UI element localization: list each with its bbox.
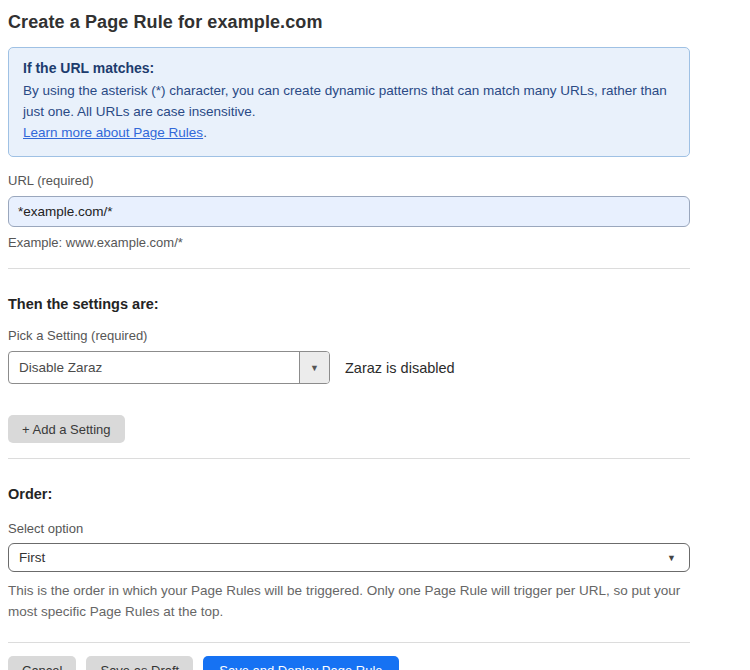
setting-status-text: Zaraz is disabled <box>345 360 455 376</box>
divider <box>8 458 690 459</box>
page-rule-form: Create a Page Rule for example.com If th… <box>8 0 690 670</box>
setting-dropdown-value: Disable Zaraz <box>9 352 299 383</box>
divider <box>8 268 690 269</box>
pick-setting-label: Pick a Setting (required) <box>8 328 690 343</box>
order-section-heading: Order: <box>8 486 690 502</box>
dropdown-arrow-icon[interactable]: ▼ <box>299 352 329 383</box>
order-select[interactable]: First ▼ <box>8 543 690 572</box>
url-match-info-box: If the URL matches: By using the asteris… <box>8 47 690 157</box>
save-and-deploy-button[interactable]: Save and Deploy Page Rule <box>203 656 398 670</box>
page-title: Create a Page Rule for example.com <box>8 12 690 33</box>
url-input[interactable] <box>8 196 690 227</box>
settings-section-heading: Then the settings are: <box>8 296 690 312</box>
info-box-body: By using the asterisk (*) character, you… <box>23 80 675 122</box>
order-select-value: First <box>19 550 45 565</box>
save-as-draft-button[interactable]: Save as Draft <box>86 656 193 670</box>
learn-more-link[interactable]: Learn more about Page Rules <box>23 125 203 140</box>
order-help-text: This is the order in which your Page Rul… <box>8 580 684 622</box>
cancel-button[interactable]: Cancel <box>8 656 76 670</box>
setting-row: Disable Zaraz ▼ Zaraz is disabled <box>8 351 690 384</box>
order-select-label: Select option <box>8 521 690 536</box>
link-suffix: . <box>203 125 207 140</box>
setting-dropdown[interactable]: Disable Zaraz ▼ <box>8 351 330 384</box>
chevron-down-icon: ▼ <box>667 553 676 563</box>
divider <box>8 642 690 643</box>
add-setting-button[interactable]: + Add a Setting <box>8 415 125 443</box>
info-box-link-line: Learn more about Page Rules. <box>23 122 675 143</box>
url-field-label: URL (required) <box>8 173 690 188</box>
actions-row: Cancel Save as Draft Save and Deploy Pag… <box>8 656 690 670</box>
info-box-heading: If the URL matches: <box>23 58 675 79</box>
url-field-hint: Example: www.example.com/* <box>8 235 690 250</box>
